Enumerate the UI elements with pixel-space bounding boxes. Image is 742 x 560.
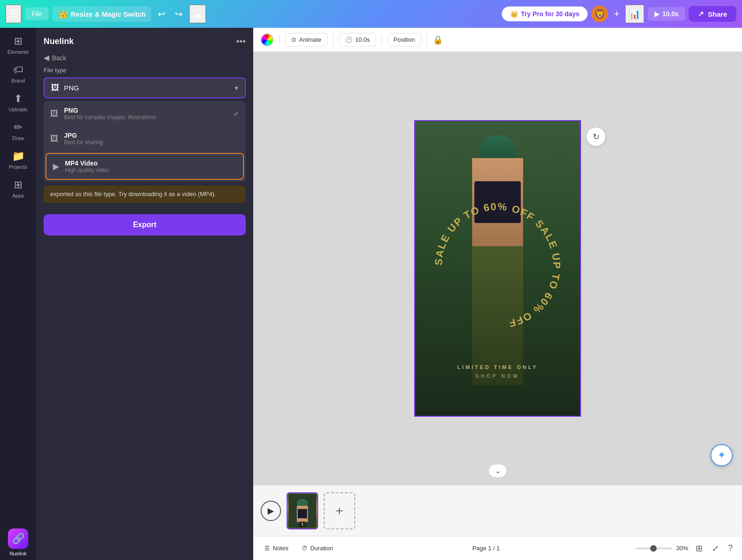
status-bar: ☰ Notes ⏱ Duration Page 1 / 1 30% ⊞ ⤢ ? xyxy=(253,536,742,560)
nuelink-sidebar-icon[interactable]: 🔗 xyxy=(8,528,28,549)
panel-back-button[interactable]: ◀ Back xyxy=(36,51,253,67)
magic-switch-label: Resize & Magic Switch xyxy=(71,10,146,18)
share-label: Share xyxy=(708,10,727,18)
draw-label: Draw xyxy=(12,135,24,141)
duration-button[interactable]: ⏱ Duration xyxy=(298,543,337,554)
canvas-toolbar: ⊙ Animate 🕐 10.0s Position 🔒 xyxy=(253,28,742,52)
lock-icon[interactable]: 🔒 xyxy=(433,35,443,45)
warning-text: exported as this file type. Try download… xyxy=(50,191,216,197)
toolbar-divider-3 xyxy=(382,34,382,45)
uploads-label: Uploads xyxy=(9,107,27,112)
sidebar-item-projects[interactable]: 📁 Projects xyxy=(2,146,34,173)
duration-label: 10.0s xyxy=(662,10,678,18)
jpg-icon: 🖼 xyxy=(50,134,58,144)
duration-toolbar-button[interactable]: 🕐 10.0s xyxy=(339,33,376,46)
sidebar-item-draw[interactable]: ✏ Draw xyxy=(2,118,34,145)
jpg-name: JPG xyxy=(64,132,239,139)
topbar: ☰ File 👑 Resize & Magic Switch ↩ ↪ ☁ 👑 T… xyxy=(0,0,742,28)
chevron-down-icon: ⌄ xyxy=(495,467,501,475)
main-area: ⊞ Elements 🏷 Brand ⬆ Uploads ✏ Draw 📁 Pr… xyxy=(0,28,742,560)
magic-button[interactable]: ✦ xyxy=(710,444,733,466)
brand-label: Brand xyxy=(11,78,25,83)
filetype-dropdown-menu: 🖼 PNG Best for complex images, illustrat… xyxy=(44,101,246,182)
sidebar-item-apps[interactable]: ⊞ Apps xyxy=(2,175,34,202)
back-arrow-icon: ◀ xyxy=(44,53,49,62)
projects-label: Projects xyxy=(9,164,27,170)
png-content: PNG Best for complex images, illustratio… xyxy=(64,107,228,121)
refresh-button[interactable]: ↻ xyxy=(587,127,605,146)
position-label: Position xyxy=(394,36,415,43)
add-account-button[interactable]: + xyxy=(612,6,621,22)
canvas-area: ⊙ Animate 🕐 10.0s Position 🔒 xyxy=(253,28,742,560)
redo-button[interactable]: ↪ xyxy=(172,6,186,22)
left-sidebar: ⊞ Elements 🏷 Brand ⬆ Uploads ✏ Draw 📁 Pr… xyxy=(0,28,36,560)
pro-label: Try Pro for 30 days xyxy=(521,10,579,18)
back-label: Back xyxy=(52,54,66,62)
zoom-label: 30% xyxy=(676,545,688,552)
hide-panel-button[interactable]: ⌄ xyxy=(489,464,507,477)
sidebar-item-elements[interactable]: ⊞ Elements xyxy=(2,32,34,58)
position-button[interactable]: Position xyxy=(388,33,421,46)
toolbar-divider-4 xyxy=(427,34,427,45)
filmstrip-page-1[interactable]: SALE 1 xyxy=(287,492,318,529)
notes-icon: ☰ xyxy=(264,545,270,552)
filetype-option-png[interactable]: 🖼 PNG Best for complex images, illustrat… xyxy=(44,101,246,126)
nuelink-panel: Nuelink ••• ◀ Back File type 🖼 PNG ▾ 🖼 P… xyxy=(36,28,253,560)
filetype-selected-label: PNG xyxy=(64,84,230,92)
page-info: Page 1 / 1 xyxy=(472,545,499,552)
grid-view-button[interactable]: ⊞ xyxy=(694,541,704,555)
mp4-desc: High quality video xyxy=(65,167,237,173)
magic-switch-button[interactable]: 👑 Resize & Magic Switch xyxy=(52,6,152,22)
zoom-slider[interactable] xyxy=(635,547,672,549)
mp4-content: MP4 Video High quality video xyxy=(65,159,237,173)
duration-status-label: Duration xyxy=(310,545,333,552)
png-name: PNG xyxy=(64,107,228,114)
panel-more-button[interactable]: ••• xyxy=(236,36,246,47)
export-button[interactable]: Export xyxy=(44,214,246,235)
try-pro-button[interactable]: 👑 Try Pro for 30 days xyxy=(502,6,588,21)
preview-play-button[interactable]: ▶ 10.0s xyxy=(648,7,685,21)
filetype-dropdown[interactable]: 🖼 PNG ▾ xyxy=(44,77,246,98)
shop-now-text: SHOP NOW xyxy=(415,374,580,379)
add-page-button[interactable]: + xyxy=(324,492,355,529)
magic-icon: ✦ xyxy=(717,449,726,461)
analytics-button[interactable]: 📊 xyxy=(625,5,644,23)
expand-button[interactable]: ⤢ xyxy=(710,541,721,555)
filetype-option-mp4[interactable]: ▶ MP4 Video High quality video xyxy=(45,153,244,180)
menu-button[interactable]: ☰ xyxy=(6,5,21,23)
canvas-viewport[interactable]: SALE UP TO 60% OFF SALE UP TO 60% OFF LI… xyxy=(253,52,742,485)
filetype-option-jpg[interactable]: 🖼 JPG Best for sharing xyxy=(44,126,246,151)
clock-icon: 🕐 xyxy=(345,36,352,43)
file-menu-button[interactable]: File xyxy=(25,7,49,20)
play-button[interactable]: ▶ xyxy=(261,501,281,521)
mp4-icon: ▶ xyxy=(53,161,59,172)
brand-icon: 🏷 xyxy=(13,64,23,76)
notes-label: Notes xyxy=(273,545,288,552)
jpg-desc: Best for sharing xyxy=(64,139,239,146)
share-button[interactable]: ↗ Share xyxy=(689,6,736,22)
sidebar-item-brand[interactable]: 🏷 Brand xyxy=(2,60,34,87)
zoom-slider-thumb xyxy=(650,545,657,552)
duration-icon: ⏱ xyxy=(301,545,307,552)
projects-icon: 📁 xyxy=(12,150,25,162)
color-picker[interactable] xyxy=(261,33,274,46)
png-icon: 🖼 xyxy=(50,109,58,119)
play-icon: ▶ xyxy=(268,506,274,516)
zoom-controls: 30% xyxy=(635,545,688,552)
canvas-design[interactable]: SALE UP TO 60% OFF SALE UP TO 60% OFF LI… xyxy=(414,120,581,417)
sidebar-item-uploads[interactable]: ⬆ Uploads xyxy=(2,89,34,116)
canvas-wrapper: SALE UP TO 60% OFF SALE UP TO 60% OFF LI… xyxy=(414,120,581,417)
animate-button[interactable]: ⊙ Animate xyxy=(285,33,327,46)
notes-button[interactable]: ☰ Notes xyxy=(261,543,292,554)
help-button[interactable]: ? xyxy=(726,541,735,555)
filmstrip: ▶ SALE 1 + xyxy=(253,485,742,536)
elements-label: Elements xyxy=(7,49,29,55)
toolbar-divider-1 xyxy=(279,34,280,45)
mp4-name: MP4 Video xyxy=(65,159,237,167)
panel-header: Nuelink ••• xyxy=(36,28,253,51)
user-avatar[interactable]: 🦁 xyxy=(591,6,608,22)
cloud-save-button[interactable]: ☁ xyxy=(189,5,206,23)
undo-button[interactable]: ↩ xyxy=(155,6,168,22)
jpg-content: JPG Best for sharing xyxy=(64,132,239,146)
apps-label: Apps xyxy=(12,193,24,198)
